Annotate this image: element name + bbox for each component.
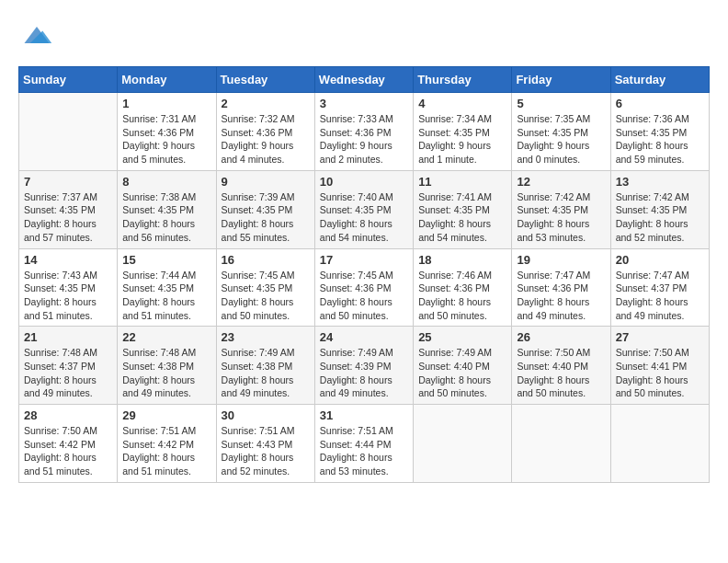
day-number: 30 xyxy=(222,408,310,422)
cell-content: Sunrise: 7:44 AMSunset: 4:35 PMDaylight:… xyxy=(122,269,210,323)
calendar-cell: 4Sunrise: 7:34 AMSunset: 4:35 PMDaylight… xyxy=(414,93,512,171)
weekday-header-monday: Monday xyxy=(118,67,216,93)
calendar-cell: 28Sunrise: 7:50 AMSunset: 4:42 PMDayligh… xyxy=(19,405,118,483)
calendar-cell: 9Sunrise: 7:39 AMSunset: 4:35 PMDaylight… xyxy=(216,170,314,248)
day-number: 3 xyxy=(320,97,408,110)
weekday-header-tuesday: Tuesday xyxy=(216,67,314,93)
day-number: 7 xyxy=(24,175,112,189)
cell-content: Sunrise: 7:47 AMSunset: 4:36 PMDaylight:… xyxy=(517,269,605,323)
cell-content: Sunrise: 7:31 AMSunset: 4:36 PMDaylight:… xyxy=(122,112,210,167)
calendar-cell: 17Sunrise: 7:45 AMSunset: 4:36 PMDayligh… xyxy=(314,248,413,327)
cell-content: Sunrise: 7:48 AMSunset: 4:37 PMDaylight:… xyxy=(24,346,112,400)
cell-content: Sunrise: 7:51 AMSunset: 4:42 PMDaylight:… xyxy=(122,424,210,478)
calendar-cell: 15Sunrise: 7:44 AMSunset: 4:35 PMDayligh… xyxy=(118,248,216,327)
cell-content: Sunrise: 7:49 AMSunset: 4:39 PMDaylight:… xyxy=(320,346,408,400)
cell-content: Sunrise: 7:36 AMSunset: 4:35 PMDaylight:… xyxy=(616,112,704,167)
day-number: 2 xyxy=(222,97,310,110)
calendar-table: SundayMondayTuesdayWednesdayThursdayFrid… xyxy=(18,66,710,483)
calendar-cell: 12Sunrise: 7:42 AMSunset: 4:35 PMDayligh… xyxy=(512,170,610,248)
week-row-1: 1Sunrise: 7:31 AMSunset: 4:36 PMDaylight… xyxy=(19,93,710,171)
weekday-header-thursday: Thursday xyxy=(414,67,512,93)
day-number: 25 xyxy=(418,330,506,344)
cell-content: Sunrise: 7:51 AMSunset: 4:44 PMDaylight:… xyxy=(320,424,408,478)
cell-content: Sunrise: 7:50 AMSunset: 4:41 PMDaylight:… xyxy=(616,346,704,400)
day-number: 5 xyxy=(517,97,605,110)
cell-content: Sunrise: 7:49 AMSunset: 4:40 PMDaylight:… xyxy=(418,346,506,400)
logo-icon xyxy=(20,18,53,52)
calendar-cell: 31Sunrise: 7:51 AMSunset: 4:44 PMDayligh… xyxy=(314,405,413,483)
day-number: 22 xyxy=(122,330,210,344)
cell-content: Sunrise: 7:45 AMSunset: 4:35 PMDaylight:… xyxy=(222,269,310,323)
calendar-cell: 8Sunrise: 7:38 AMSunset: 4:35 PMDaylight… xyxy=(118,170,216,248)
day-number: 10 xyxy=(320,175,408,189)
logo xyxy=(18,18,53,52)
cell-content: Sunrise: 7:35 AMSunset: 4:35 PMDaylight:… xyxy=(517,112,605,167)
cell-content: Sunrise: 7:49 AMSunset: 4:38 PMDaylight:… xyxy=(222,346,310,400)
weekday-header-friday: Friday xyxy=(512,67,610,93)
calendar-cell: 14Sunrise: 7:43 AMSunset: 4:35 PMDayligh… xyxy=(19,248,118,327)
day-number: 11 xyxy=(418,175,506,189)
weekday-header-row: SundayMondayTuesdayWednesdayThursdayFrid… xyxy=(19,67,710,93)
cell-content: Sunrise: 7:45 AMSunset: 4:36 PMDaylight:… xyxy=(320,269,408,323)
day-number: 16 xyxy=(222,253,310,267)
cell-content: Sunrise: 7:42 AMSunset: 4:35 PMDaylight:… xyxy=(517,190,605,245)
calendar-cell: 27Sunrise: 7:50 AMSunset: 4:41 PMDayligh… xyxy=(610,327,709,405)
week-row-5: 28Sunrise: 7:50 AMSunset: 4:42 PMDayligh… xyxy=(19,405,710,483)
calendar-cell: 22Sunrise: 7:48 AMSunset: 4:38 PMDayligh… xyxy=(118,327,216,405)
day-number: 12 xyxy=(517,175,605,189)
cell-content: Sunrise: 7:38 AMSunset: 4:35 PMDaylight:… xyxy=(122,190,210,245)
day-number: 15 xyxy=(122,253,210,267)
day-number: 26 xyxy=(517,330,605,344)
day-number: 17 xyxy=(320,253,408,267)
day-number: 24 xyxy=(320,330,408,344)
calendar-cell: 13Sunrise: 7:42 AMSunset: 4:35 PMDayligh… xyxy=(610,170,709,248)
page-header xyxy=(18,18,710,52)
calendar-cell: 29Sunrise: 7:51 AMSunset: 4:42 PMDayligh… xyxy=(118,405,216,483)
day-number: 21 xyxy=(24,330,112,344)
cell-content: Sunrise: 7:46 AMSunset: 4:36 PMDaylight:… xyxy=(418,269,506,323)
calendar-cell: 21Sunrise: 7:48 AMSunset: 4:37 PMDayligh… xyxy=(19,327,118,405)
calendar-cell: 2Sunrise: 7:32 AMSunset: 4:36 PMDaylight… xyxy=(216,93,314,171)
week-row-3: 14Sunrise: 7:43 AMSunset: 4:35 PMDayligh… xyxy=(19,248,710,327)
day-number: 27 xyxy=(616,330,704,344)
calendar-cell: 1Sunrise: 7:31 AMSunset: 4:36 PMDaylight… xyxy=(118,93,216,171)
cell-content: Sunrise: 7:32 AMSunset: 4:36 PMDaylight:… xyxy=(222,112,310,167)
calendar-cell: 5Sunrise: 7:35 AMSunset: 4:35 PMDaylight… xyxy=(512,93,610,171)
weekday-header-wednesday: Wednesday xyxy=(314,67,413,93)
calendar-cell: 20Sunrise: 7:47 AMSunset: 4:37 PMDayligh… xyxy=(610,248,709,327)
day-number: 6 xyxy=(616,97,704,110)
calendar-cell: 30Sunrise: 7:51 AMSunset: 4:43 PMDayligh… xyxy=(216,405,314,483)
day-number: 8 xyxy=(122,175,210,189)
day-number: 20 xyxy=(616,253,704,267)
cell-content: Sunrise: 7:41 AMSunset: 4:35 PMDaylight:… xyxy=(418,190,506,245)
weekday-header-sunday: Sunday xyxy=(19,67,118,93)
cell-content: Sunrise: 7:47 AMSunset: 4:37 PMDaylight:… xyxy=(616,269,704,323)
cell-content: Sunrise: 7:43 AMSunset: 4:35 PMDaylight:… xyxy=(24,269,112,323)
day-number: 29 xyxy=(122,408,210,422)
day-number: 31 xyxy=(320,408,408,422)
week-row-2: 7Sunrise: 7:37 AMSunset: 4:35 PMDaylight… xyxy=(19,170,710,248)
calendar-cell: 25Sunrise: 7:49 AMSunset: 4:40 PMDayligh… xyxy=(414,327,512,405)
calendar-cell: 7Sunrise: 7:37 AMSunset: 4:35 PMDaylight… xyxy=(19,170,118,248)
day-number: 28 xyxy=(24,408,112,422)
calendar-cell: 18Sunrise: 7:46 AMSunset: 4:36 PMDayligh… xyxy=(414,248,512,327)
cell-content: Sunrise: 7:50 AMSunset: 4:40 PMDaylight:… xyxy=(517,346,605,400)
day-number: 18 xyxy=(418,253,506,267)
cell-content: Sunrise: 7:34 AMSunset: 4:35 PMDaylight:… xyxy=(418,112,506,167)
calendar-cell: 26Sunrise: 7:50 AMSunset: 4:40 PMDayligh… xyxy=(512,327,610,405)
day-number: 4 xyxy=(418,97,506,110)
day-number: 14 xyxy=(24,253,112,267)
calendar-cell: 23Sunrise: 7:49 AMSunset: 4:38 PMDayligh… xyxy=(216,327,314,405)
day-number: 13 xyxy=(616,175,704,189)
cell-content: Sunrise: 7:51 AMSunset: 4:43 PMDaylight:… xyxy=(222,424,310,478)
week-row-4: 21Sunrise: 7:48 AMSunset: 4:37 PMDayligh… xyxy=(19,327,710,405)
cell-content: Sunrise: 7:39 AMSunset: 4:35 PMDaylight:… xyxy=(222,190,310,245)
cell-content: Sunrise: 7:42 AMSunset: 4:35 PMDaylight:… xyxy=(616,190,704,245)
cell-content: Sunrise: 7:40 AMSunset: 4:35 PMDaylight:… xyxy=(320,190,408,245)
calendar-cell: 24Sunrise: 7:49 AMSunset: 4:39 PMDayligh… xyxy=(314,327,413,405)
calendar-cell xyxy=(414,405,512,483)
calendar-cell: 10Sunrise: 7:40 AMSunset: 4:35 PMDayligh… xyxy=(314,170,413,248)
day-number: 1 xyxy=(122,97,210,110)
calendar-cell xyxy=(512,405,610,483)
calendar-cell xyxy=(19,93,118,171)
